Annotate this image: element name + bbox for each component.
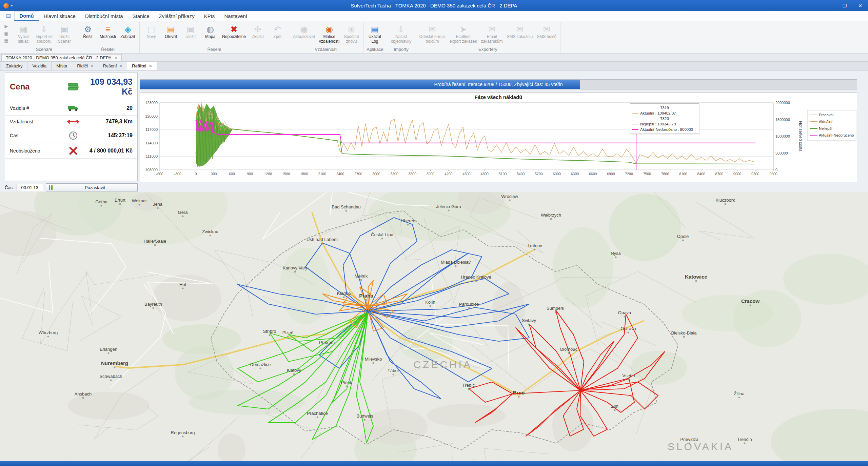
ribbon-button-mapa[interactable]: ◍Mapa xyxy=(201,23,220,40)
ribbon-button-ulozit-scenar: ▣Uložit Scénář xyxy=(55,23,74,45)
ribbon-group-label: Scénáře xyxy=(12,46,76,53)
svg-text:900: 900 xyxy=(247,172,253,176)
tab-mista[interactable]: Místa xyxy=(52,62,72,70)
map-city-label: Karlovy Vary xyxy=(283,265,308,270)
document-tab-row: TOMKA 2020 - DEMO 350 zakázek celá ČR - … xyxy=(0,54,868,62)
ribbon-button-zobrazit[interactable]: ◈Zobrazit xyxy=(118,23,137,40)
map-city-label: Nuremberg xyxy=(101,360,128,366)
map-city-label: Prachatice xyxy=(307,411,328,416)
map-city-label: Trenčín xyxy=(737,437,752,442)
ribbon-group-label: Aplikace xyxy=(363,46,387,53)
svg-text:123000: 123000 xyxy=(145,101,158,105)
stat-row-vozidla: Vozidla #20 xyxy=(5,101,137,116)
menu-tab-distribucni-mista[interactable]: Distribuční místa xyxy=(80,11,128,21)
tab-label: Řidiči xyxy=(77,63,88,68)
svg-text:Not served costs: Not served costs xyxy=(798,121,803,151)
map-city-label: Hradec Králové xyxy=(461,275,491,280)
tab-reseni[interactable]: Řešení× xyxy=(98,62,127,70)
svg-text:111000: 111000 xyxy=(146,154,158,158)
ribbon-button-moznosti[interactable]: ≡Možnosti xyxy=(98,23,118,40)
map-city-label: Písek xyxy=(341,380,352,385)
ribbon-button-nepouzitelne[interactable]: ✖Nepoužitelné xyxy=(220,23,248,40)
ribbon-button-ukazat-log[interactable]: ▤Ukázat Log xyxy=(366,23,384,45)
ribbon-button-label: Aktualizovat xyxy=(293,35,315,39)
pause-button[interactable]: Pozastavit xyxy=(46,183,138,191)
ribbon-button-resit[interactable]: ⚙Řešit xyxy=(78,23,97,40)
svg-text:9000: 9000 xyxy=(733,172,742,176)
map-region-label: CZECHIA xyxy=(413,359,472,370)
svg-text:Pracovní: Pracovní xyxy=(819,113,833,117)
ribbon-button-label: Zobrazit xyxy=(120,35,135,39)
map-city-label: Šumperk xyxy=(547,306,565,311)
quick-run-icon[interactable]: ▶ xyxy=(5,24,8,29)
menu-tab-kpis[interactable]: KPIs xyxy=(199,11,220,21)
menu-tab-domu[interactable]: Domů xyxy=(14,11,39,21)
map-city-label: Česká Lípa xyxy=(371,232,394,237)
ribbon-button-label: Možnosti xyxy=(100,35,116,39)
file-menu-icon[interactable]: ▤ xyxy=(3,11,14,21)
ribbon-group-label: Řešitel xyxy=(76,46,139,53)
svg-text:4200: 4200 xyxy=(445,172,453,176)
map-city-label: Žilina xyxy=(734,391,745,396)
svg-text:120000: 120000 xyxy=(145,114,158,118)
ribbon-button-otevrit[interactable]: ▤Otevřít xyxy=(161,23,180,40)
ribbon-button-label: Uložit Scénář xyxy=(58,35,71,44)
tab-resitel[interactable]: Řešitel× xyxy=(127,62,157,70)
ribbon-button-vybrat-situaci: ▦Vybrat situaci xyxy=(14,23,33,45)
map-city-label: Kolín xyxy=(425,300,435,305)
stat-value: 109 034,93 Kč xyxy=(85,77,133,97)
menu-tab-hlavni-situace[interactable]: Hlavní situace xyxy=(39,11,80,21)
ribbon-groups: ▦Vybrat situaci⇩Import ze souboru▣Uložit… xyxy=(12,22,560,53)
stat-value: 20 xyxy=(85,105,133,111)
svg-text:8100: 8100 xyxy=(679,172,687,176)
tab-close-icon[interactable]: × xyxy=(91,63,93,68)
document-tab[interactable]: TOMKA 2020 - DEMO 350 zakázek celá ČR - … xyxy=(1,54,122,61)
svg-text:0: 0 xyxy=(775,168,777,172)
tab-zakazky[interactable]: Zakázky xyxy=(1,62,27,70)
map-city-label: Cracow xyxy=(741,298,760,304)
map-city-label: Wrocław xyxy=(501,194,518,199)
close-icon[interactable]: × xyxy=(115,55,118,60)
ribbon-group-resitel: ⚙Řešit≡Možnosti◈ZobrazitŘešitel xyxy=(76,22,140,53)
ribbon-button-zlepsit: ✢Zlepšit xyxy=(248,23,267,40)
map-city-label: Würzburg xyxy=(39,330,58,335)
ecofleet-export-icon: ➤ xyxy=(460,24,467,35)
cost-phases-chart[interactable]: 1080001110001140001170001200001230000500… xyxy=(140,93,857,182)
quick-save-icon[interactable]: ▣ xyxy=(4,31,8,36)
ribbon-button-sms-zakazniu: ✉SMS zakazniu xyxy=(505,23,535,40)
map-city-label: Halle/Saale xyxy=(144,239,166,244)
menu-tab-stanice[interactable]: Stanice xyxy=(128,11,154,21)
stat-row-vzdalenost: Vzdálenost7479,3 Km xyxy=(5,116,137,128)
ribbon-button-label: Ukázat Log xyxy=(369,35,381,44)
svg-text:7200: 7200 xyxy=(625,172,633,176)
map-city-label: Kluczbork xyxy=(715,198,735,203)
tab-ridici[interactable]: Řidiči× xyxy=(72,62,98,70)
minimize-button[interactable]: ─ xyxy=(821,0,837,11)
ribbon-button-label: Nový xyxy=(146,35,156,39)
menu-tab-zvlastni-prikazy[interactable]: Zvláštní příkazy xyxy=(154,11,199,21)
route-map[interactable]: PrahaKladnoMělníkLiberecČeská LípaÚstí n… xyxy=(0,192,868,461)
svg-text:5100: 5100 xyxy=(499,172,507,176)
stat-label: Cena xyxy=(10,82,61,92)
menu-tab-nastaveni[interactable]: Nastavení xyxy=(219,11,252,21)
ribbon-button-matice-vzdalenosti[interactable]: ◉Matice vzdáleností xyxy=(317,23,341,45)
tooltip-text: 7320 xyxy=(660,117,669,121)
map-city-label: Milevsko xyxy=(365,357,382,362)
tab-close-icon[interactable]: × xyxy=(149,63,152,68)
close-button[interactable]: ✕ xyxy=(852,0,868,11)
quick-grid-icon[interactable]: ▦ xyxy=(4,38,8,43)
svg-text:9300: 9300 xyxy=(751,172,760,176)
map-city-label: Pardubice xyxy=(459,302,479,307)
tab-close-icon[interactable]: × xyxy=(120,63,122,68)
map-city-label: Regensburg xyxy=(171,430,195,435)
svg-text:3900: 3900 xyxy=(427,172,435,176)
tab-vozidla[interactable]: Vozidla xyxy=(27,62,52,70)
maximize-button[interactable]: ❐ xyxy=(837,0,852,11)
svg-text:4500: 4500 xyxy=(462,172,471,176)
save-icon: ▣ xyxy=(186,24,195,35)
stat-row-cena: Cena109 034,93 Kč xyxy=(5,73,137,101)
application-window: { "window": { "title": "SolverTech Tasha… xyxy=(0,0,868,466)
map-city-label: Třebíč xyxy=(462,383,475,388)
svg-text:0: 0 xyxy=(195,172,197,176)
ribbon-button-label: Email zákazníkům xyxy=(481,35,502,44)
